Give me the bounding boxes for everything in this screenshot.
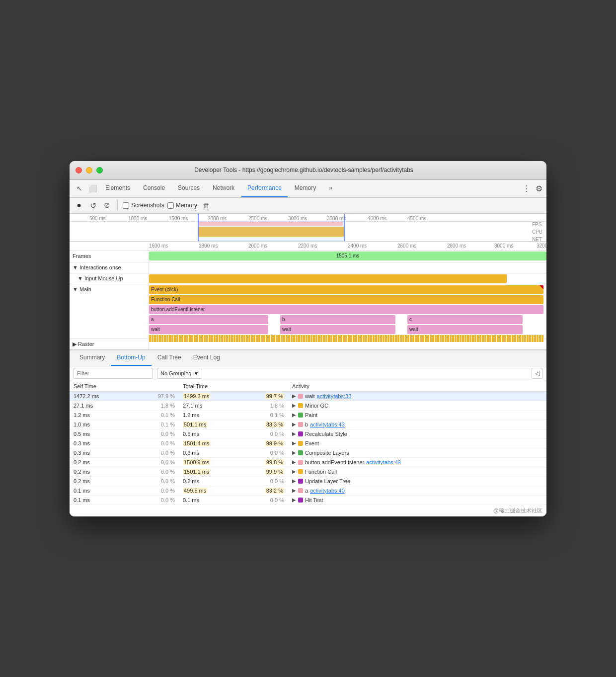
delete-button[interactable]: 🗑: [200, 200, 211, 211]
activity-color-dot: [298, 422, 303, 427]
input-mouseup-bar: [149, 274, 507, 283]
more-options-icon[interactable]: ⋮: [523, 184, 531, 193]
window-title: Developer Tools - https://googlechrome.g…: [70, 167, 540, 173]
selection-overlay[interactable]: [198, 221, 344, 241]
record-button[interactable]: ●: [74, 200, 84, 211]
expand-arrow[interactable]: ▶: [292, 412, 296, 418]
tab-event-log[interactable]: Event Log: [187, 350, 226, 366]
cell-total-time: 499.5 ms33.2 %: [179, 486, 288, 495]
activity-name: Event: [305, 440, 319, 446]
th-activity[interactable]: Activity: [288, 381, 546, 392]
interactions-bar-area: [149, 262, 546, 273]
expand-arrow[interactable]: ▶: [292, 431, 296, 436]
expand-arrow[interactable]: ▶: [292, 440, 296, 446]
interactions-label[interactable]: ▼ Interactions onse: [70, 262, 149, 273]
main-label[interactable]: ▼ Main: [70, 284, 149, 338]
activity-table: Self Time Total Time Activity 1472.2 ms9…: [70, 381, 546, 505]
raster-label[interactable]: ▶ Raster: [70, 339, 149, 349]
button-addeventlistener-label: button.addEventListener: [151, 307, 205, 312]
table-row[interactable]: 1.0 ms0.1 %501.1 ms33.3 % ▶ b activityta…: [70, 420, 546, 429]
table-row[interactable]: 0.1 ms0.0 %0.1 ms0.0 % ▶ Hit Test: [70, 495, 546, 505]
perf-toolbar: ● ↺ ⊘ Screenshots Memory 🗑: [70, 198, 546, 214]
screenshots-checkbox-input[interactable]: [123, 202, 129, 209]
table-row[interactable]: 0.5 ms0.0 %0.5 ms0.0 % ▶ Recalculate Sty…: [70, 429, 546, 438]
cell-activity: ▶ Paint: [288, 410, 546, 420]
clear-button[interactable]: ⊘: [101, 200, 112, 211]
devtools-tab-bar: ↖ ⬜ Elements Console Sources Network Per…: [70, 180, 546, 198]
frames-bar-area[interactable]: 1505.1 ms: [149, 251, 546, 262]
settings-icon[interactable]: ⚙: [536, 184, 542, 193]
tab-summary[interactable]: Summary: [74, 350, 111, 366]
expand-arrow[interactable]: ▶: [292, 488, 296, 493]
mini-timeline[interactable]: 500 ms 1000 ms 1500 ms 2000 ms 2500 ms 3…: [70, 214, 546, 242]
device-icon[interactable]: ⬜: [86, 182, 98, 194]
screenshots-checkbox[interactable]: Screenshots: [123, 202, 164, 209]
expand-arrow[interactable]: ▶: [292, 422, 296, 427]
activity-link[interactable]: activitytabs:43: [310, 422, 345, 427]
tab-more[interactable]: »: [323, 179, 338, 197]
tab-call-tree[interactable]: Call Tree: [152, 350, 187, 366]
expand-arrow[interactable]: ▶: [292, 469, 296, 474]
tab-memory[interactable]: Memory: [289, 179, 322, 197]
table-row[interactable]: 0.3 ms0.0 %0.3 ms0.0 % ▶ Composite Layer…: [70, 448, 546, 457]
table-row[interactable]: 27.1 ms1.8 %27.1 ms1.8 % ▶ Minor GC: [70, 401, 546, 410]
right-handle[interactable]: [344, 214, 345, 242]
data-table-scroll[interactable]: Self Time Total Time Activity 1472.2 ms9…: [70, 381, 546, 505]
cell-activity: ▶ a activitytabs:40: [288, 486, 546, 495]
expand-arrow[interactable]: ▶: [292, 459, 296, 465]
cell-activity: ▶ Update Layer Tree: [288, 476, 546, 486]
activity-name: a: [305, 488, 308, 494]
cell-activity: ▶ Event: [288, 438, 546, 448]
bottom-tab-bar: Summary Bottom-Up Call Tree Event Log: [70, 350, 546, 366]
memory-checkbox-input[interactable]: [167, 202, 174, 209]
reload-button[interactable]: ↺: [87, 200, 98, 211]
expand-arrow[interactable]: ▶: [292, 478, 296, 484]
th-total-time[interactable]: Total Time: [179, 381, 288, 392]
activity-color-dot: [298, 498, 303, 503]
table-row[interactable]: 1472.2 ms97.9 %1499.3 ms99.7 % ▶ wait ac…: [70, 391, 546, 401]
activity-name: wait: [305, 393, 315, 399]
activity-color-dot: [298, 441, 303, 446]
collapse-button[interactable]: ◁: [532, 368, 542, 379]
activity-link[interactable]: activitytabs:40: [310, 488, 345, 494]
table-row[interactable]: 0.1 ms0.0 %499.5 ms33.2 % ▶ a activityta…: [70, 486, 546, 495]
cell-total-time: 1499.3 ms99.7 %: [179, 391, 288, 401]
expand-arrow[interactable]: ▶: [292, 403, 296, 408]
grouping-arrow: ▼: [193, 370, 199, 376]
filter-input[interactable]: [74, 368, 153, 379]
left-handle[interactable]: [198, 214, 199, 242]
tab-console[interactable]: Console: [137, 179, 171, 197]
table-row[interactable]: 0.2 ms0.0 %1500.9 ms99.8 % ▶ button.addE…: [70, 457, 546, 467]
activity-name: Minor GC: [305, 403, 328, 409]
expand-arrow[interactable]: ▶: [292, 450, 296, 455]
grouping-select[interactable]: No Grouping ▼: [157, 368, 202, 379]
activity-link[interactable]: activitytabs:49: [366, 459, 401, 465]
tab-sources[interactable]: Sources: [172, 179, 206, 197]
th-self-time[interactable]: Self Time: [70, 381, 179, 392]
tab-bottom-up[interactable]: Bottom-Up: [111, 350, 151, 366]
grouping-label: No Grouping: [160, 370, 191, 376]
wait-c-bar: wait: [407, 325, 523, 334]
table-row[interactable]: 0.3 ms0.0 %1501.4 ms99.9 % ▶ Event: [70, 438, 546, 448]
input-mouseup-label[interactable]: ▼ Input Mouse Up: [70, 273, 149, 284]
memory-checkbox[interactable]: Memory: [167, 202, 197, 209]
filter-toolbar: No Grouping ▼ ◁: [70, 366, 546, 381]
tab-network[interactable]: Network: [207, 179, 240, 197]
activity-link[interactable]: activitytabs:33: [317, 393, 352, 399]
tab-elements[interactable]: Elements: [99, 179, 136, 197]
c-bar: c: [407, 315, 523, 324]
tab-performance[interactable]: Performance: [241, 179, 288, 197]
expand-arrow[interactable]: ▶: [292, 497, 296, 503]
table-row[interactable]: 0.2 ms0.0 %1501.1 ms99.9 % ▶ Function Ca…: [70, 467, 546, 476]
table-row[interactable]: 1.2 ms0.1 %1.2 ms0.1 % ▶ Paint: [70, 410, 546, 420]
activity-name: Recalculate Style: [305, 431, 347, 437]
frames-row: Frames 1505.1 ms: [70, 251, 546, 262]
cell-activity: ▶ Minor GC: [288, 401, 546, 410]
main-bars-area[interactable]: Event (click) Function Call button.addEv…: [149, 284, 546, 338]
table-row[interactable]: 0.2 ms0.0 %0.2 ms0.0 % ▶ Update Layer Tr…: [70, 476, 546, 486]
activity-name: Update Layer Tree: [305, 478, 350, 484]
cursor-icon[interactable]: ↖: [74, 182, 85, 194]
input-mouseup-bar-area[interactable]: [149, 273, 546, 284]
watermark: @稀土掘金技术社区: [70, 505, 546, 516]
expand-arrow[interactable]: ▶: [292, 393, 296, 399]
